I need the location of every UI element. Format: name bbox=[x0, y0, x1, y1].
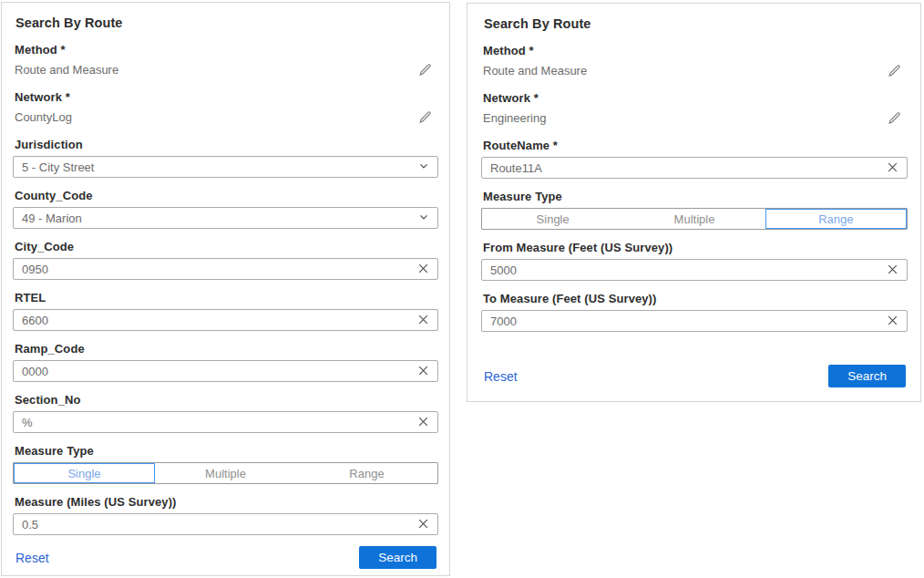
network-field: Network * Engineering bbox=[481, 91, 908, 129]
field-label: County_Code bbox=[15, 189, 438, 202]
pencil-icon[interactable] bbox=[887, 110, 902, 126]
panel-title: Search By Route bbox=[13, 13, 438, 43]
measure-field: Measure (Miles (US Survey)) bbox=[13, 495, 438, 535]
city-code-input[interactable] bbox=[13, 258, 438, 280]
network-label: Network * bbox=[15, 90, 438, 104]
x-icon[interactable] bbox=[887, 263, 898, 275]
search-by-route-panel-right: Search By Route Method * Route and Measu… bbox=[467, 3, 921, 402]
reset-link[interactable]: Reset bbox=[484, 369, 518, 384]
measure-type-segmented: Single Multiple Range bbox=[13, 462, 438, 484]
network-value: Engineering bbox=[483, 111, 546, 125]
x-icon[interactable] bbox=[887, 161, 898, 173]
method-label: Method * bbox=[15, 43, 438, 57]
method-field: Method * Route and Measure bbox=[481, 44, 908, 81]
segment-single[interactable]: Single bbox=[14, 463, 155, 483]
chevron-down-icon bbox=[418, 159, 429, 175]
measure-type-field: Measure Type Single Multiple Range bbox=[481, 190, 908, 230]
rtel-input[interactable] bbox=[13, 309, 438, 331]
x-icon[interactable] bbox=[417, 365, 429, 377]
route-name-input[interactable] bbox=[481, 157, 908, 179]
city-code-field: City_Code bbox=[13, 240, 438, 280]
field-label: Measure Type bbox=[483, 190, 908, 203]
search-button[interactable]: Search bbox=[359, 546, 436, 569]
segment-range[interactable]: Range bbox=[296, 463, 437, 483]
segment-single[interactable]: Single bbox=[482, 209, 623, 229]
field-label: To Measure (Feet (US Survey)) bbox=[483, 292, 908, 305]
rtel-field: RTEL bbox=[13, 291, 438, 331]
county-code-field: County_Code 49 - Marion bbox=[13, 189, 438, 229]
section-no-input[interactable] bbox=[13, 411, 438, 433]
x-icon[interactable] bbox=[417, 416, 429, 428]
field-label: Jurisdiction bbox=[15, 138, 438, 151]
panel-title: Search By Route bbox=[481, 14, 908, 44]
field-label: Section_No bbox=[15, 393, 438, 407]
field-label: Ramp_Code bbox=[15, 342, 438, 356]
network-value: CountyLog bbox=[15, 110, 72, 124]
select-value: 49 - Marion bbox=[22, 212, 82, 225]
measure-input[interactable] bbox=[13, 513, 438, 535]
section-no-field: Section_No bbox=[13, 393, 438, 433]
field-label: RouteName * bbox=[483, 139, 908, 152]
method-label: Method * bbox=[483, 44, 908, 57]
ramp-code-field: Ramp_Code bbox=[13, 342, 438, 382]
method-value: Route and Measure bbox=[15, 63, 118, 77]
panel-footer: Reset Search bbox=[13, 546, 438, 571]
route-name-field: RouteName * bbox=[481, 139, 908, 179]
pencil-icon[interactable] bbox=[417, 62, 433, 77]
measure-type-field: Measure Type Single Multiple Range bbox=[13, 444, 438, 484]
jurisdiction-select[interactable]: 5 - City Street bbox=[13, 156, 438, 178]
search-button[interactable]: Search bbox=[828, 365, 906, 387]
pencil-icon[interactable] bbox=[417, 109, 433, 125]
chevron-down-icon bbox=[418, 210, 429, 226]
select-value: 5 - City Street bbox=[22, 160, 94, 174]
field-label: City_Code bbox=[15, 240, 438, 253]
x-icon[interactable] bbox=[417, 518, 429, 530]
from-measure-input[interactable] bbox=[481, 259, 908, 281]
x-icon[interactable] bbox=[887, 315, 898, 326]
x-icon[interactable] bbox=[417, 314, 429, 325]
panel-footer: Reset Search bbox=[481, 365, 908, 389]
jurisdiction-field: Jurisdiction 5 - City Street bbox=[13, 138, 438, 178]
to-measure-input[interactable] bbox=[481, 310, 908, 332]
method-value: Route and Measure bbox=[483, 64, 587, 77]
segment-multiple[interactable]: Multiple bbox=[155, 463, 296, 483]
pencil-icon[interactable] bbox=[887, 63, 902, 78]
measure-type-segmented: Single Multiple Range bbox=[481, 208, 908, 230]
field-label: From Measure (Feet (US Survey)) bbox=[483, 241, 908, 254]
x-icon[interactable] bbox=[417, 263, 429, 274]
to-measure-field: To Measure (Feet (US Survey)) bbox=[481, 292, 908, 332]
county-code-select[interactable]: 49 - Marion bbox=[13, 207, 438, 229]
ramp-code-input[interactable] bbox=[13, 360, 438, 382]
method-field: Method * Route and Measure bbox=[13, 43, 438, 80]
field-label: Measure (Miles (US Survey)) bbox=[15, 495, 438, 509]
reset-link[interactable]: Reset bbox=[15, 551, 49, 565]
network-label: Network * bbox=[483, 91, 908, 105]
field-label: RTEL bbox=[15, 291, 438, 304]
from-measure-field: From Measure (Feet (US Survey)) bbox=[481, 241, 908, 281]
search-by-route-panel-left: Search By Route Method * Route and Measu… bbox=[1, 2, 450, 576]
segment-range[interactable]: Range bbox=[765, 209, 907, 229]
segment-multiple[interactable]: Multiple bbox=[623, 209, 765, 229]
field-label: Measure Type bbox=[15, 444, 438, 458]
network-field: Network * CountyLog bbox=[13, 90, 438, 128]
